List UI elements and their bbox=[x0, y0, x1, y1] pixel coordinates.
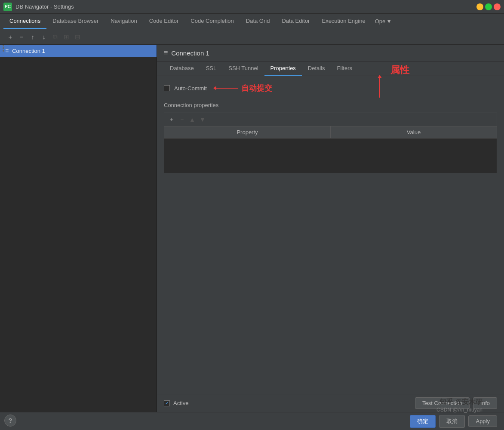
sub-tab-properties[interactable]: Properties bbox=[264, 61, 302, 76]
watermark-line1: 知乎 @安木研 bbox=[439, 398, 482, 407]
tab-code-editor[interactable]: Code Editor bbox=[143, 13, 185, 29]
settings-button[interactable]: ⊟ bbox=[72, 32, 83, 42]
props-table-body bbox=[164, 138, 497, 173]
remove-connection-button[interactable]: − bbox=[16, 32, 27, 42]
right-panel: ≡ Connection 1 Database SSL SSH Tunnel P… bbox=[157, 45, 504, 412]
properties-annotation: 属性 bbox=[378, 64, 409, 98]
active-label: Active bbox=[173, 400, 188, 406]
sub-tab-filters[interactable]: Filters bbox=[331, 61, 358, 76]
chevron-down-icon: ▼ bbox=[386, 18, 392, 25]
connection-header-icon: ≡ bbox=[164, 49, 168, 57]
auto-commit-row: Auto-Commit 自动提交 bbox=[164, 83, 497, 93]
sidebar-dots bbox=[0, 43, 7, 53]
apply-button[interactable]: Apply bbox=[468, 415, 497, 427]
copy-button[interactable]: ⧉ bbox=[50, 32, 60, 42]
watermark: 知乎 @安木研 CSDN @An_muyan bbox=[436, 398, 482, 413]
tab-code-completion[interactable]: Code Completion bbox=[184, 13, 240, 29]
tab-connections[interactable]: Connections bbox=[3, 13, 46, 29]
active-checkbox[interactable] bbox=[164, 400, 170, 406]
left-panel: ≡ Connection 1 bbox=[0, 45, 157, 412]
ok-button[interactable]: 确定 bbox=[410, 415, 436, 428]
sub-tab-ssh-tunnel[interactable]: SSH Tunnel bbox=[222, 61, 264, 76]
main-tab-bar: Connections Database Browser Navigation … bbox=[0, 14, 504, 29]
props-toolbar: + − ▲ ▼ bbox=[164, 113, 497, 126]
tab-database-browser[interactable]: Database Browser bbox=[46, 13, 104, 29]
props-add-button[interactable]: + bbox=[167, 115, 176, 124]
props-up-button[interactable]: ▲ bbox=[187, 115, 197, 124]
app-icon: PC bbox=[3, 3, 12, 11]
watermark-line2: CSDN @An_muyan bbox=[436, 407, 482, 413]
tab-data-grid[interactable]: Data Grid bbox=[240, 13, 276, 29]
connection-properties-label: Connection properties bbox=[164, 102, 497, 108]
cancel-button[interactable]: 取消 bbox=[439, 415, 465, 428]
title-bar: PC DB Navigator - Settings bbox=[0, 0, 504, 14]
auto-commit-label: Auto-Commit bbox=[174, 85, 207, 92]
close-button[interactable] bbox=[494, 3, 501, 10]
sub-tab-database[interactable]: Database bbox=[164, 61, 200, 76]
sub-tab-details[interactable]: Details bbox=[302, 61, 331, 76]
help-button[interactable]: ? bbox=[4, 415, 16, 427]
tab-execution-engine[interactable]: Execution Engine bbox=[316, 13, 371, 29]
props-remove-button[interactable]: − bbox=[177, 115, 187, 124]
minimize-button[interactable] bbox=[476, 3, 483, 10]
tab-navigation[interactable]: Navigation bbox=[104, 13, 143, 29]
paste-button[interactable]: ⊞ bbox=[61, 32, 71, 42]
property-column-header: Property bbox=[164, 126, 331, 138]
connection-name: Connection 1 bbox=[12, 48, 45, 54]
connection-list-item[interactable]: ≡ Connection 1 bbox=[0, 45, 157, 57]
tab-more-button[interactable]: Ope ▼ bbox=[372, 13, 395, 29]
sub-tab-ssl[interactable]: SSL bbox=[200, 61, 223, 76]
sub-tab-bar: Database SSL SSH Tunnel Properties Detai… bbox=[157, 61, 504, 76]
tab-data-editor[interactable]: Data Editor bbox=[276, 13, 316, 29]
props-table-header: Property Value bbox=[164, 126, 497, 138]
connection-header-title: Connection 1 bbox=[171, 49, 209, 57]
auto-commit-checkbox[interactable] bbox=[164, 85, 170, 91]
properties-content: Auto-Commit 自动提交 Connection properties bbox=[157, 76, 504, 394]
active-row: Active bbox=[164, 400, 188, 406]
move-down-button[interactable]: ↓ bbox=[39, 32, 49, 42]
move-up-button[interactable]: ↑ bbox=[28, 32, 38, 42]
window-title: DB Navigator - Settings bbox=[15, 3, 74, 10]
connection-properties-table: Property Value bbox=[164, 126, 497, 173]
dialog-footer: 确定 取消 Apply bbox=[0, 412, 504, 430]
add-connection-button[interactable]: + bbox=[5, 32, 15, 42]
props-down-button[interactable]: ▼ bbox=[198, 115, 207, 124]
connection-toolbar: + − ↑ ↓ ⧉ ⊞ ⊟ bbox=[0, 29, 504, 45]
auto-commit-annotation: 自动提交 bbox=[241, 83, 272, 93]
connection-header: ≡ Connection 1 bbox=[157, 45, 504, 61]
main-layout: ≡ Connection 1 ≡ Connection 1 Database S… bbox=[0, 45, 504, 412]
properties-annotation-text: 属性 bbox=[390, 64, 409, 77]
maximize-button[interactable] bbox=[485, 3, 492, 10]
value-column-header: Value bbox=[331, 126, 497, 138]
